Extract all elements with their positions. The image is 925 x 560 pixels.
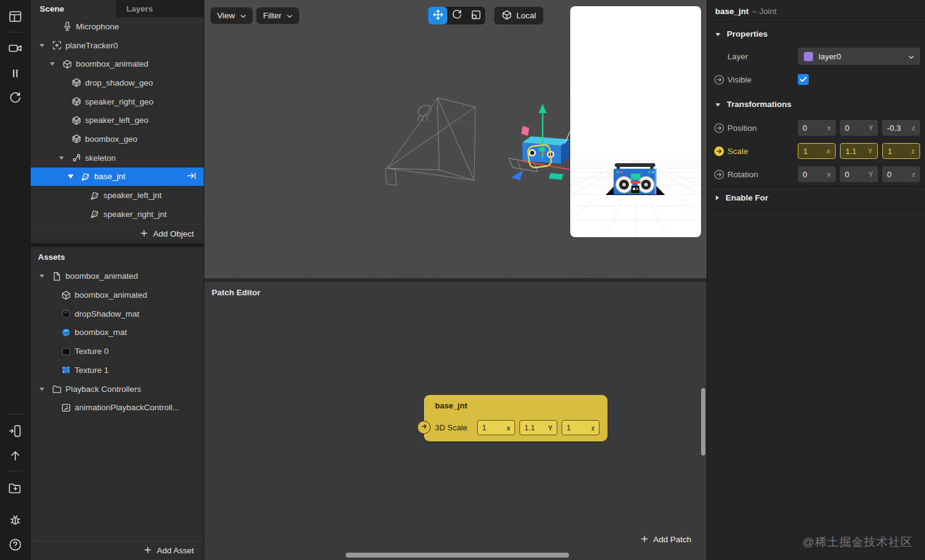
scene-tree-item-microphone[interactable]: Microphone	[31, 17, 204, 36]
assets-tree-item-boombox-mat[interactable]: boombox_mat	[31, 323, 204, 342]
inspector-header: base_jnt – Joint	[707, 0, 925, 23]
boombox-object[interactable]	[522, 130, 571, 164]
assets-tree-item-dropshadow-mat[interactable]: dropShadow_mat	[31, 304, 204, 323]
camera-icon[interactable]	[8, 41, 23, 56]
scale-field-y[interactable]: 1.1Y	[840, 143, 878, 159]
add-asset-button[interactable]: Add Asset	[31, 540, 204, 560]
scene-tree-item-speaker-right-geo[interactable]: speaker_right_geo	[31, 92, 204, 111]
debug-icon[interactable]	[8, 512, 23, 527]
scene-tree-item-speaker-left-jnt[interactable]: speaker_left_jnt	[31, 186, 204, 205]
patch-port-icon[interactable]	[714, 75, 726, 85]
texture-dark-icon	[61, 347, 75, 356]
simulator-preview	[570, 6, 701, 237]
view-dropdown[interactable]: View	[210, 7, 253, 24]
add-object-button[interactable]: Add Object	[31, 224, 204, 243]
patch-field-y[interactable]: 1.1Y	[519, 420, 557, 435]
watermark: @稀土掘金技术社区	[803, 534, 913, 550]
new-project-icon[interactable]	[8, 481, 23, 495]
scene-tree-item-boombox-geo[interactable]: boombox_geo	[31, 130, 204, 149]
object-icon	[62, 59, 76, 69]
rotation-field-z[interactable]: 0z	[882, 166, 920, 182]
assets-tree-item-boombox-animated[interactable]: boombox_animated	[31, 286, 204, 304]
rotate-tool-icon	[451, 9, 462, 22]
disclosure-triangle-icon[interactable]	[39, 387, 52, 391]
layer-dropdown[interactable]: layer0	[798, 48, 920, 65]
rotation-field-x[interactable]: 0x	[798, 166, 836, 182]
disclosure-triangle-icon[interactable]	[39, 43, 52, 48]
plus-icon	[144, 546, 151, 555]
patch-port-icon[interactable]	[714, 146, 726, 157]
properties-section-header[interactable]: Properties	[707, 23, 925, 45]
tab-scene[interactable]: Scene	[31, 0, 116, 17]
spark-studio-window: Scene Layers MicrophoneplaneTracker0boom…	[0, 0, 925, 560]
scale-field-x[interactable]: 1x	[798, 143, 836, 159]
transformations-section-header[interactable]: Transformations	[707, 92, 925, 116]
disclosure-triangle-icon[interactable]	[50, 62, 62, 66]
scene-assets-panel: Scene Layers MicrophoneplaneTracker0boom…	[31, 0, 204, 560]
rotation-field-y[interactable]: 0Y	[840, 166, 878, 182]
publish-icon[interactable]	[8, 448, 23, 463]
patch-port-icon[interactable]	[714, 123, 726, 133]
disclosure-triangle-icon[interactable]	[39, 274, 52, 278]
chevron-down-icon	[287, 11, 292, 20]
disclosure-triangle-icon[interactable]	[59, 156, 72, 160]
scene-tree-item-planetracker0[interactable]: planeTracker0	[31, 36, 204, 55]
assets-tree-item-playback-controllers[interactable]: Playback Controllers	[31, 380, 204, 399]
help-icon[interactable]	[8, 537, 23, 552]
add-patch-button[interactable]: Add Patch	[641, 535, 691, 544]
patch-node-base-jnt[interactable]: base_jnt 3D Scale 1x1.1Y1z	[424, 395, 607, 441]
assets-tree-item-texture-0[interactable]: Texture 0	[31, 342, 204, 361]
disclosure-triangle-icon[interactable]	[68, 174, 81, 179]
scene-tree-item-speaker-right-jnt[interactable]: speaker_right_jnt	[31, 205, 204, 224]
enable-for-section-header[interactable]: Enable For	[707, 186, 925, 208]
local-space-button[interactable]: Local	[494, 7, 543, 24]
vertical-scrollbar[interactable]	[701, 388, 705, 455]
patch-output-port[interactable]	[417, 421, 431, 434]
scale-tool-button[interactable]	[466, 7, 485, 24]
position-field-z[interactable]: -0.3z	[882, 120, 920, 136]
chevron-down-icon	[240, 11, 246, 20]
filter-dropdown[interactable]: Filter	[256, 7, 299, 24]
scene-tree-item-skeleton[interactable]: skeleton	[31, 149, 204, 168]
rotate-tool-button[interactable]	[447, 7, 466, 24]
restart-icon[interactable]	[8, 90, 23, 105]
arrow-right-icon	[420, 422, 428, 432]
assets-title: Assets	[31, 247, 204, 267]
layer-row: Layer layer0	[707, 45, 925, 68]
tab-layers[interactable]: Layers	[116, 0, 204, 17]
collapse-triangle-icon	[715, 29, 721, 39]
viewport-3d[interactable]: View Filter Local	[204, 0, 707, 279]
patch-port-icon[interactable]	[714, 169, 726, 180]
material-blue-icon	[61, 328, 75, 337]
visible-row: Visible	[707, 68, 925, 91]
position-field-y[interactable]: 0Y	[840, 120, 878, 136]
layout-icon[interactable]	[8, 9, 23, 24]
toolbar-divider	[7, 32, 24, 32]
jump-to-patch-icon[interactable]	[187, 172, 196, 181]
patch-field-z[interactable]: 1z	[562, 420, 600, 435]
assets-tree-item-boombox-animated[interactable]: boombox_animated	[31, 267, 204, 286]
simulator-render	[570, 6, 701, 237]
send-to-device-icon[interactable]	[8, 424, 23, 438]
assets-tree: boombox_animatedboombox_animateddropShad…	[31, 267, 204, 418]
patch-editor-title: Patch Editor	[212, 288, 261, 297]
scene-tree-item-boombox-animated[interactable]: boombox_animated	[31, 54, 204, 73]
pause-icon[interactable]	[8, 66, 23, 81]
move-tool-button[interactable]	[428, 7, 447, 24]
joint-icon	[81, 172, 94, 182]
horizontal-scrollbar[interactable]	[346, 553, 569, 558]
skeleton-icon	[72, 153, 85, 163]
position-field-x[interactable]: 0x	[798, 120, 836, 136]
assets-tree-item-animationplaybackcontroll-[interactable]: animationPlaybackControll...	[31, 398, 204, 417]
plus-icon	[141, 229, 147, 238]
scene-tree-item-speaker-left-geo[interactable]: speaker_left_geo	[31, 111, 204, 130]
scene-tree-item-drop-shadow-geo[interactable]: drop_shadow_geo	[31, 73, 204, 92]
patch-editor-panel[interactable]: Patch Editor base_jnt 3D Scale 1x1.1Y1z …	[204, 278, 707, 560]
assets-panel: Assets boombox_animatedboombox_animatedd…	[31, 247, 204, 560]
patch-field-x[interactable]: 1x	[477, 420, 515, 435]
scale-field-z[interactable]: 1z	[882, 143, 920, 159]
assets-tree-item-texture-1[interactable]: Texture 1	[31, 361, 204, 380]
visible-checkbox[interactable]	[798, 74, 809, 85]
scene-tree-item-base-jnt[interactable]: base_jnt	[31, 168, 204, 186]
toolbar-divider	[7, 471, 24, 471]
